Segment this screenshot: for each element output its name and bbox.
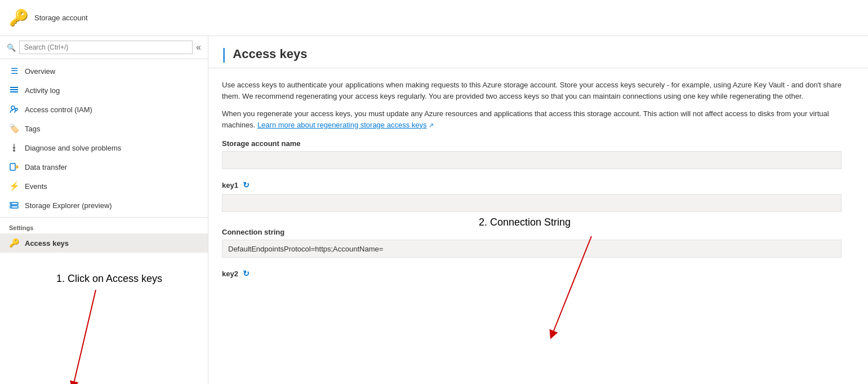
sidebar-item-label: Events: [25, 182, 47, 191]
svg-rect-1: [10, 89, 18, 90]
top-bar: 🔑 Storage account: [0, 0, 868, 36]
sidebar-item-label: Access keys: [25, 239, 69, 248]
diagnose-icon: [9, 143, 19, 153]
svg-point-9: [11, 203, 12, 204]
sidebar-item-data-transfer[interactable]: Data transfer: [0, 157, 208, 176]
tags-icon: 🏷️: [9, 123, 19, 134]
top-bar-title: Storage account: [34, 14, 88, 22]
svg-rect-0: [10, 87, 18, 88]
events-icon: ⚡: [9, 181, 19, 191]
sidebar-item-tags[interactable]: 🏷️ Tags: [0, 119, 208, 138]
collapse-button[interactable]: «: [196, 42, 201, 52]
description-1: Use access keys to authenticate your app…: [222, 80, 842, 101]
svg-point-5: [13, 149, 15, 152]
sidebar-item-diagnose[interactable]: Diagnose and solve problems: [0, 138, 208, 157]
description-2: When you regenerate your access keys, yo…: [222, 108, 842, 130]
sidebar-item-label: Data transfer: [25, 163, 67, 171]
main-content: | Access keys Use access keys to authent…: [208, 36, 868, 384]
access-keys-icon: 🔑: [9, 238, 19, 248]
key1-refresh-icon[interactable]: ↻: [243, 180, 250, 189]
sidebar-item-label: Access control (IAM): [25, 105, 92, 114]
sidebar-item-label: Activity log: [25, 86, 60, 95]
sidebar-item-label: Tags: [25, 125, 40, 133]
storage-explorer-icon: [9, 200, 19, 210]
svg-rect-2: [10, 91, 18, 92]
page-title: Access keys: [233, 47, 307, 61]
content-body: Use access keys to authenticate your app…: [208, 68, 868, 294]
svg-rect-6: [10, 164, 15, 170]
connection-string-field[interactable]: [222, 240, 842, 258]
sidebar-item-overview[interactable]: ☰ Overview: [0, 61, 208, 81]
sidebar-item-label: Diagnose and solve problems: [25, 144, 121, 152]
search-bar: 🔍 «: [0, 36, 208, 59]
key2-refresh-icon[interactable]: ↻: [243, 269, 250, 278]
sidebar-item-storage-explorer[interactable]: Storage Explorer (preview): [0, 196, 208, 215]
search-input[interactable]: [19, 41, 193, 54]
svg-point-3: [11, 106, 15, 109]
learn-more-link[interactable]: Learn more about regenerating storage ac…: [257, 121, 427, 129]
activity-log-icon: [9, 85, 19, 95]
sidebar-item-activity-log[interactable]: Activity log: [0, 81, 208, 100]
sidebar-item-access-keys[interactable]: 🔑 Access keys: [0, 233, 208, 253]
key1-value-field[interactable]: [222, 194, 842, 212]
key1-label: key1: [222, 181, 238, 189]
sidebar-item-events[interactable]: ⚡ Events: [0, 176, 208, 196]
storage-account-name-field[interactable]: [222, 151, 842, 169]
access-control-icon: [9, 104, 19, 114]
data-transfer-icon: [9, 162, 19, 172]
sidebar-item-label: Overview: [25, 67, 55, 76]
header-divider: |: [222, 45, 226, 63]
svg-point-4: [15, 108, 17, 111]
key2-label: key2: [222, 270, 238, 278]
external-link-icon: ↗: [429, 122, 434, 129]
search-icon: 🔍: [7, 43, 16, 52]
key2-section-header: key2 ↻: [222, 269, 854, 278]
key1-section-header: key1 ↻: [222, 180, 854, 189]
sidebar-item-access-control[interactable]: Access control (IAM): [0, 100, 208, 119]
settings-section-label: Settings: [0, 217, 208, 233]
sidebar-nav: ☰ Overview Activity log Access control (…: [0, 59, 208, 384]
storage-account-name-label: Storage account name: [222, 139, 854, 148]
sidebar-item-label: Storage Explorer (preview): [25, 201, 112, 210]
storage-account-icon: 🔑: [9, 8, 29, 27]
main-wrapper: 🔍 « ☰ Overview Activity log A: [0, 36, 868, 384]
connection-string-label: Connection string: [222, 228, 854, 236]
overview-icon: ☰: [9, 66, 19, 76]
svg-point-10: [11, 206, 12, 208]
page-header: | Access keys: [208, 36, 868, 68]
sidebar: 🔍 « ☰ Overview Activity log A: [0, 36, 208, 384]
